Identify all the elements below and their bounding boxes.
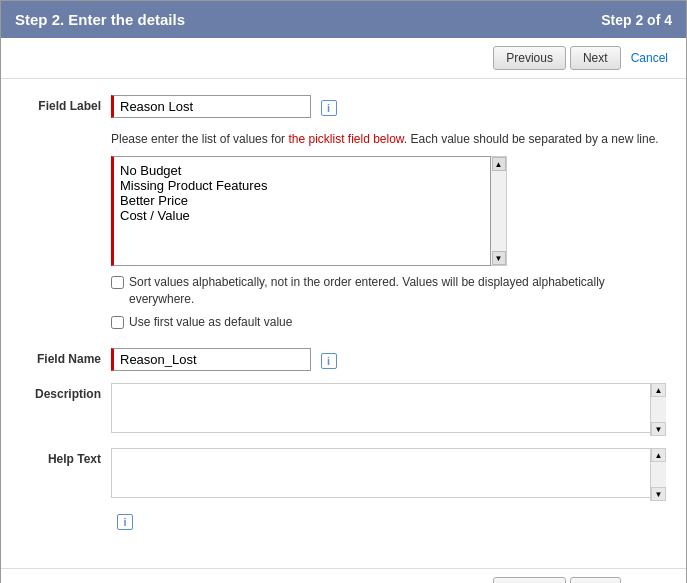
wizard-step: Step 2 of 4 [601,12,672,28]
default-checkbox-label[interactable]: Use first value as default value [129,314,292,331]
helptext-row: Help Text ▲ ▼ [21,448,666,501]
picklist-scrollbar: ▲ ▼ [491,156,507,266]
field-label-label: Field Label [21,95,111,113]
bottom-next-button[interactable]: Next [570,577,621,583]
description-scrollbar: ▲ ▼ [650,383,666,436]
picklist-scroll-down[interactable]: ▼ [492,251,506,265]
sort-checkbox[interactable] [111,276,124,289]
top-next-button[interactable]: Next [570,46,621,70]
helptext-label: Help Text [21,448,111,466]
helptext-scroll-down[interactable]: ▼ [651,487,666,501]
helptext-info-icon[interactable]: i [117,514,133,530]
description-scroll-track [651,397,666,422]
description-label: Description [21,383,111,401]
top-toolbar: Previous Next Cancel [1,38,686,79]
field-name-info-icon[interactable]: i [321,353,337,369]
field-label-content: i [111,95,666,118]
helptext-textarea[interactable] [111,448,666,498]
field-name-row: Field Name i [21,348,666,371]
form-content: Field Label i Please enter the list of v… [1,79,686,558]
default-checkbox-row: Use first value as default value [111,314,666,331]
description-content: ▲ ▼ [111,383,666,436]
wizard-title: Step 2. Enter the details [15,11,185,28]
field-label-input[interactable] [111,95,311,118]
description-scroll-up[interactable]: ▲ [651,383,666,397]
field-name-content: i [111,348,666,371]
helptext-info-spacer [21,513,111,517]
picklist-area: No Budget Missing Product Features Bette… [111,156,666,266]
description-textarea[interactable] [111,383,666,433]
field-label-info-icon[interactable]: i [321,100,337,116]
picklist-scroll-up[interactable]: ▲ [492,157,506,171]
instruction-highlight: the picklist field below [288,132,403,146]
helptext-scroll-up[interactable]: ▲ [651,448,666,462]
instruction-text: Please enter the list of values for the … [111,130,666,148]
picklist-textarea[interactable]: No Budget Missing Product Features Bette… [111,156,491,266]
description-row: Description ▲ ▼ [21,383,666,436]
instruction-content: Please enter the list of values for the … [111,130,666,336]
bottom-cancel-button[interactable]: Cancel [625,578,674,583]
sort-checkbox-label[interactable]: Sort values alphabetically, not in the o… [129,274,666,308]
wizard-window: Step 2. Enter the details Step 2 of 4 Pr… [0,0,687,583]
description-scroll-down[interactable]: ▼ [651,422,666,436]
field-name-input[interactable] [111,348,311,371]
helptext-scroll-track [651,462,666,487]
field-label-row: Field Label i [21,95,666,118]
helptext-info-row: i [21,513,666,530]
bottom-toolbar: Previous Next Cancel [1,568,686,583]
bottom-previous-button[interactable]: Previous [493,577,566,583]
sort-checkbox-row: Sort values alphabetically, not in the o… [111,274,666,308]
field-name-label: Field Name [21,348,111,366]
helptext-info-content: i [111,513,666,530]
top-cancel-button[interactable]: Cancel [625,47,674,69]
helptext-content: ▲ ▼ [111,448,666,501]
instruction-spacer [21,130,111,134]
top-previous-button[interactable]: Previous [493,46,566,70]
default-checkbox[interactable] [111,316,124,329]
instruction-row: Please enter the list of values for the … [21,130,666,336]
wizard-header: Step 2. Enter the details Step 2 of 4 [1,1,686,38]
picklist-scroll-track [491,171,506,251]
helptext-scrollbar: ▲ ▼ [650,448,666,501]
